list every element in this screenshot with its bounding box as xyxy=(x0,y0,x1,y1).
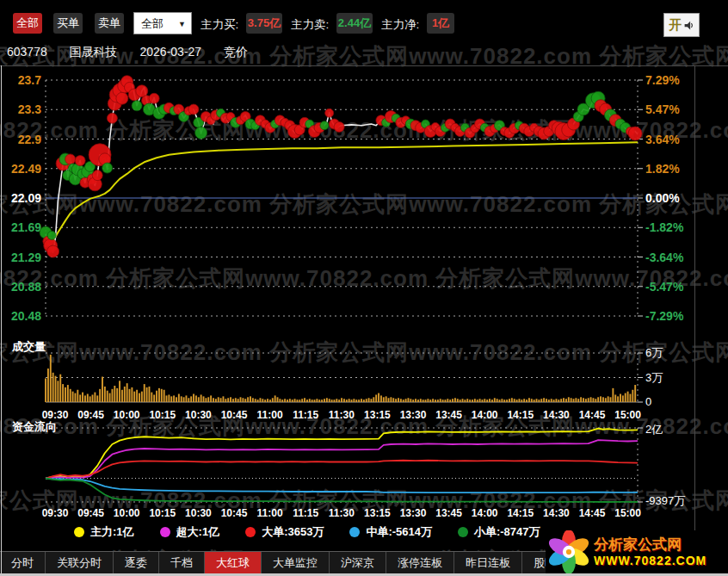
tab-大红球[interactable]: 大红球 xyxy=(205,552,262,573)
volume-bar xyxy=(565,399,567,402)
filter-buy-button[interactable]: 买单 xyxy=(53,13,83,34)
volume-bar xyxy=(634,385,636,402)
time-axis-bottom: 09:3009:4510:0010:1510:3010:4511:0011:15… xyxy=(0,507,728,519)
volume-bar xyxy=(139,393,140,402)
big-sell-bubble xyxy=(47,231,56,239)
volume-bar xyxy=(501,399,503,402)
volume-bar xyxy=(440,399,441,402)
tab-关联分时[interactable]: 关联分时 xyxy=(46,552,114,573)
filter-all-button[interactable]: 全部 xyxy=(13,13,42,34)
tab-沪深京[interactable]: 沪深京 xyxy=(330,552,386,573)
volume-bar xyxy=(593,398,595,402)
volume-bar xyxy=(238,399,239,402)
tab-分时[interactable]: 分时 xyxy=(0,552,46,573)
volume-bar xyxy=(284,399,286,402)
chevron-down-icon: ▼ xyxy=(178,13,186,35)
main-buy-label: 主力买: xyxy=(201,17,238,33)
time-tick-label: 14:30 xyxy=(537,507,575,519)
volume-bar xyxy=(312,399,313,402)
volume-bar xyxy=(405,399,407,402)
volume-bar xyxy=(551,399,552,402)
main-sell-label: 主力卖: xyxy=(291,17,329,33)
volume-bar xyxy=(188,398,189,402)
volume-bar xyxy=(334,399,336,402)
tab-逐委[interactable]: 逐委 xyxy=(114,552,159,573)
volume-bar xyxy=(50,355,52,402)
volume-bar xyxy=(630,394,632,403)
tab-涨停连板[interactable]: 涨停连板 xyxy=(386,552,454,573)
legend-item: 主力:1亿 xyxy=(74,524,134,540)
axis-label: 22.49 xyxy=(11,162,41,176)
time-tick-label: 09:30 xyxy=(36,409,74,421)
tab-昨日连板[interactable]: 昨日连板 xyxy=(454,552,522,573)
volume-bar xyxy=(131,387,133,402)
volume-bar xyxy=(392,398,394,402)
volume-bar xyxy=(247,397,249,402)
volume-bar xyxy=(583,398,584,402)
volume-bar xyxy=(503,399,505,402)
volume-bar xyxy=(124,387,126,402)
volume-bar xyxy=(96,395,98,402)
volume-bar xyxy=(205,398,207,402)
volume-bar xyxy=(412,399,414,402)
volume-bar xyxy=(442,399,444,402)
volume-bar xyxy=(70,389,71,402)
volume-bar xyxy=(373,397,374,402)
time-tick-label: 11:00 xyxy=(251,409,289,421)
volume-bar xyxy=(355,399,357,402)
moneyflow-legend: 主力:1亿超大:1亿大单:3653万中单:-5614万小单:-8747万 xyxy=(74,523,540,542)
tab-大单监控[interactable]: 大单监控 xyxy=(262,552,330,573)
volume-bar xyxy=(363,399,365,402)
volume-bar xyxy=(536,399,538,402)
big-buy-bubble xyxy=(75,156,85,166)
volume-bar xyxy=(563,398,565,402)
volume-bar xyxy=(129,389,131,402)
volume-bar xyxy=(89,396,91,402)
volume-bar xyxy=(299,399,300,402)
time-tick-label: 10:00 xyxy=(108,409,145,421)
volume-bar xyxy=(227,398,229,402)
scope-dropdown[interactable]: 全部 ▼ xyxy=(133,12,192,34)
time-tick-label: 13:30 xyxy=(394,507,432,519)
volume-bar xyxy=(390,397,392,402)
volume-bar xyxy=(514,399,515,402)
left-window-border xyxy=(1,65,2,573)
axis-label: 22.9 xyxy=(18,133,41,146)
volume-bar xyxy=(516,399,518,402)
volume-bar xyxy=(368,398,370,402)
volume-bar xyxy=(528,398,530,402)
volume-bar xyxy=(449,399,451,402)
volume-bar xyxy=(198,397,200,402)
volume-bar xyxy=(264,399,266,402)
big-buy-bubble xyxy=(116,92,128,104)
axis-label: 6万 xyxy=(645,346,663,359)
time-tick-label: 13:45 xyxy=(430,409,468,421)
volume-bar xyxy=(622,395,624,402)
volume-bar xyxy=(316,399,318,402)
tab-千档[interactable]: 千档 xyxy=(159,552,205,573)
volume-bar xyxy=(186,395,188,402)
volume-bar xyxy=(617,396,619,402)
volume-bar xyxy=(477,399,478,402)
legend-dot-icon xyxy=(458,527,468,537)
volume-bar xyxy=(218,397,219,402)
volume-bar xyxy=(597,397,599,402)
time-axis-top: 09:3009:4510:0010:1510:3010:4511:0011:15… xyxy=(0,409,728,421)
legend-dot-icon xyxy=(245,527,256,537)
voice-toggle-button[interactable]: 开 xyxy=(663,13,700,37)
avg-price-line xyxy=(46,142,638,241)
volume-bar xyxy=(338,399,340,402)
big-sell-bubble xyxy=(320,121,329,130)
volume-bar xyxy=(435,399,436,402)
volume-bar xyxy=(590,397,592,402)
volume-bar xyxy=(331,399,333,402)
volume-bar xyxy=(112,389,114,402)
volume-bar xyxy=(600,396,602,402)
volume-bar xyxy=(351,399,353,402)
volume-bar xyxy=(287,399,288,402)
volume-bar xyxy=(195,395,197,402)
volume-bar xyxy=(491,399,493,402)
volume-bar xyxy=(178,394,180,403)
filter-sell-button[interactable]: 卖单 xyxy=(95,13,124,34)
time-tick-label: 14:00 xyxy=(466,507,503,519)
